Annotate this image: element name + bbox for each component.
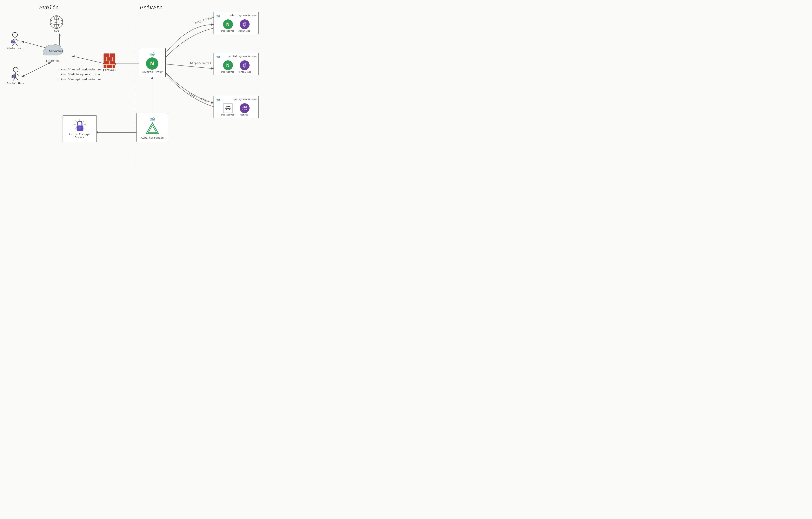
dns-node: DNS DNS — [49, 15, 64, 33]
api-webserver: Web Server — [221, 103, 235, 116]
portal-container-group: 🐋 portal.mydomain.com N Web Server @ Por… — [213, 53, 259, 75]
admin-user: 🐌 Admin User — [7, 32, 23, 50]
dns-label: DNS — [54, 30, 59, 33]
svg-line-47 — [75, 127, 77, 129]
admin-docker-icon: 🐋 — [216, 14, 220, 18]
acme-docker-icon: 🐋 — [150, 116, 155, 121]
api-docker-icon: 🐋 — [216, 98, 220, 102]
api-domain-label: api.mydomain.com — [233, 98, 256, 101]
admin-services-row: N Web Server @ Admin App — [216, 19, 256, 32]
section-divider — [135, 0, 135, 173]
route-portal-label: http://portal — [190, 62, 211, 65]
admin-nginx-icon: N — [223, 19, 233, 29]
svg-line-11 — [15, 39, 19, 41]
admin-webserver: N Web Server — [221, 19, 235, 32]
svg-point-8 — [12, 32, 18, 37]
admin-app-label: Admin App — [238, 30, 251, 32]
portal-services-row: N Web Server @ Portal App — [216, 60, 256, 73]
reverse-proxy-box: 🐋 N Reverse Proxy — [139, 48, 166, 77]
api-app-label: WebApi — [240, 114, 248, 116]
admin-app: @ Admin App — [237, 19, 252, 32]
svg-text:🐌: 🐌 — [12, 41, 15, 43]
svg-point-16 — [13, 67, 18, 72]
firewall-label: Firewall — [103, 69, 116, 72]
portal-domain-label: portal.mydomain.com — [229, 55, 256, 58]
svg-line-21 — [16, 77, 18, 81]
public-label: Public — [39, 5, 59, 11]
kestrel-icon — [223, 103, 233, 113]
dotnet-icon: .NETCore — [240, 103, 250, 113]
api-container-group: 🐋 api.mydomain.com Web Server .NETCore W… — [213, 96, 259, 118]
acme-box: 🐋 ACME Companion — [137, 113, 168, 142]
svg-line-19 — [16, 73, 19, 75]
svg-rect-50 — [79, 127, 80, 129]
svg-text:DNS: DNS — [55, 21, 58, 24]
route-api-label: http://webapi — [188, 93, 209, 103]
urls-text: https://portal.mydomain.com https://admi… — [58, 67, 102, 82]
portal-app-label: Portal App — [238, 71, 251, 73]
portal-user-label: Portal User — [7, 82, 25, 85]
svg-line-10 — [11, 39, 15, 41]
url-webapi: https://webapi.mydomain.com — [58, 77, 102, 82]
reverse-proxy-nginx-icon: N — [146, 57, 158, 70]
admin-user-label: Admin User — [7, 47, 23, 50]
reverse-proxy-docker-icon: 🐋 — [149, 52, 155, 57]
admin-container-group: 🐋 admin.mydomain.com N Web Server @ Admi… — [213, 12, 259, 34]
diagram: Public Private — [0, 0, 270, 173]
api-webserver-label: Web Server — [221, 114, 234, 116]
private-label: Private — [140, 5, 163, 11]
firewall-node: Firewall — [103, 54, 116, 72]
internet-node: Internet Internet — [40, 43, 65, 63]
portal-app: @ Portal App — [237, 60, 252, 73]
svg-line-42 — [83, 121, 84, 122]
api-app: .NETCore WebApi — [237, 103, 252, 116]
svg-marker-52 — [148, 125, 156, 133]
admin-domain-label: admin.mydomain.com — [230, 14, 256, 17]
api-services-row: Web Server .NETCore WebApi — [216, 103, 256, 116]
svg-text:🐌: 🐌 — [13, 76, 16, 78]
reverse-proxy-label: Reverse Proxy — [142, 71, 163, 73]
portal-nginx-icon: N — [223, 60, 233, 70]
svg-line-18 — [12, 73, 16, 75]
portal-user: 🐌 Portal User — [7, 67, 25, 85]
route-admin-label: http://admin — [195, 16, 214, 25]
svg-line-3 — [74, 56, 106, 64]
portal-docker-icon: 🐋 — [216, 55, 220, 59]
admin-app-icon: @ — [240, 19, 250, 29]
svg-line-45 — [75, 121, 77, 122]
svg-marker-51 — [146, 123, 158, 134]
url-admin: https://admin.mydomain.com — [58, 72, 102, 77]
internet-label: Internet — [46, 59, 60, 63]
portal-webserver-label: Web Server — [221, 71, 234, 73]
svg-line-13 — [15, 42, 18, 45]
svg-line-1 — [23, 63, 50, 76]
url-portal: https://portal.mydomain.com — [58, 67, 102, 72]
lets-encrypt-label: Let's Encrypt Server — [67, 133, 92, 139]
portal-webserver: N Web Server — [221, 60, 235, 73]
svg-text:Internet: Internet — [48, 50, 63, 53]
admin-webserver-label: Web Server — [221, 30, 234, 32]
acme-label: ACME Companion — [141, 136, 164, 139]
lets-encrypt-box: Let's Encrypt Server — [63, 115, 97, 142]
portal-app-icon: @ — [240, 60, 250, 70]
